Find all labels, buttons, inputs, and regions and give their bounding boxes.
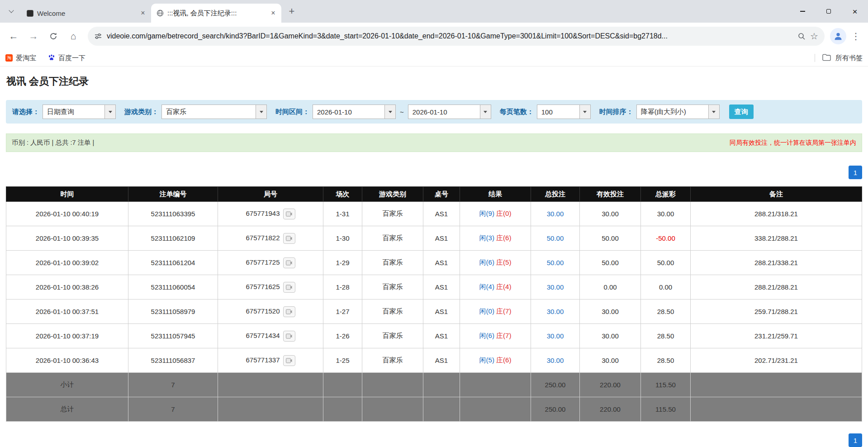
cell-total-bet[interactable]: 30.00	[531, 348, 580, 373]
reload-button[interactable]	[44, 27, 62, 45]
subtotal-total-bet: 250.00	[531, 373, 580, 397]
select-type-dropdown[interactable]: 日期查询	[43, 105, 116, 119]
caret-down-icon	[109, 111, 112, 113]
profile-avatar[interactable]	[830, 28, 846, 44]
cell-total-bet[interactable]: 50.00	[531, 226, 580, 251]
col-header-game: 游戏类别	[362, 187, 423, 202]
search-button[interactable]: 查询	[729, 105, 754, 119]
cell-note: 338.21/288.21	[691, 226, 862, 251]
dropdown-caret-button[interactable]	[480, 105, 491, 119]
close-icon[interactable]: ×	[269, 9, 278, 18]
summary-text: 币别 : 人民币 | 总共 :7 注单 |	[12, 138, 94, 147]
subtotal-label: 小计	[6, 373, 128, 397]
col-header-payout: 总派彩	[641, 187, 691, 202]
cell-time: 2026-01-10 00:38:26	[6, 275, 128, 300]
bookmark-baidu[interactable]: 百度一下	[48, 54, 85, 62]
cell-result: 闲(9) 庄(0)	[460, 202, 531, 226]
address-bar[interactable]: videoie.com/game/betrecord_search/kind3?…	[88, 27, 825, 46]
pagination-bottom: 1	[6, 433, 862, 447]
col-header-session: 场次	[323, 187, 362, 202]
page-1-button[interactable]: 1	[849, 433, 862, 447]
cell-total-bet[interactable]: 30.00	[531, 275, 580, 300]
game-kind-label: 游戏类别：	[124, 108, 158, 116]
cell-round: 675771625	[218, 275, 323, 300]
film-icon	[286, 285, 292, 290]
date-start-input[interactable]: 2026-01-10	[313, 105, 396, 119]
table-row: 2026-01-10 00:36:43523111056837675771337…	[6, 348, 862, 373]
date-range-separator: ~	[400, 108, 404, 116]
tab-search-button[interactable]	[4, 4, 19, 19]
window-controls: ×	[789, 0, 868, 23]
per-page-dropdown[interactable]: 100	[537, 105, 591, 119]
dropdown-caret-button[interactable]	[256, 105, 266, 119]
cell-bet-id: 523111058979	[128, 300, 218, 324]
cell-round: 675771822	[218, 226, 323, 251]
browser-menu-button[interactable]: ⋮	[848, 29, 863, 44]
forward-button[interactable]: →	[24, 27, 43, 45]
bookmark-aitaobao[interactable]: 淘 爱淘宝	[5, 54, 36, 62]
cell-table: AS1	[423, 251, 460, 275]
tab-favicon	[26, 10, 33, 17]
tab-strip: Welcome × :::视讯, 会员下注纪录::: × + ×	[0, 0, 868, 23]
cell-note: 288.21/288.21	[691, 275, 862, 300]
maximize-button[interactable]	[816, 0, 842, 23]
game-kind-dropdown[interactable]: 百家乐	[161, 105, 267, 119]
url-text[interactable]: videoie.com/game/betrecord_search/kind3?…	[107, 32, 793, 40]
replay-button[interactable]	[283, 209, 295, 219]
cell-total-bet[interactable]: 30.00	[531, 324, 580, 348]
cell-result: 闲(4) 庄(4)	[460, 275, 531, 300]
cell-total-bet[interactable]: 30.00	[531, 202, 580, 226]
dropdown-caret-button[interactable]	[104, 105, 115, 119]
cell-round: 675771337	[218, 348, 323, 373]
tab-label: Welcome	[37, 10, 135, 17]
cell-valid-bet: 30.00	[580, 324, 641, 348]
replay-button[interactable]	[283, 257, 295, 268]
page-1-button[interactable]: 1	[849, 166, 862, 179]
cell-valid-bet: 50.00	[580, 226, 641, 251]
replay-button[interactable]	[283, 355, 295, 366]
replay-button[interactable]	[283, 282, 295, 293]
pagination-top: 1	[6, 166, 862, 179]
caret-down-icon	[484, 111, 487, 113]
cell-time: 2026-01-10 00:39:35	[6, 226, 128, 251]
cell-game: 百家乐	[362, 226, 423, 251]
cell-total-bet[interactable]: 30.00	[531, 300, 580, 324]
empty-cell	[362, 373, 423, 397]
cell-result: 闲(6) 庄(5)	[460, 251, 531, 275]
cell-session: 1-29	[323, 251, 362, 275]
cell-total-bet[interactable]: 50.00	[531, 251, 580, 275]
replay-button[interactable]	[283, 306, 295, 317]
tab-betrecord[interactable]: :::视讯, 会员下注纪录::: ×	[151, 4, 281, 23]
close-window-button[interactable]: ×	[842, 0, 868, 23]
back-button[interactable]: ←	[5, 27, 23, 45]
sort-dropdown[interactable]: 降幂(由大到小)	[636, 105, 720, 119]
date-end-input[interactable]: 2026-01-10	[408, 105, 491, 119]
empty-cell	[691, 397, 862, 422]
dropdown-caret-button[interactable]	[708, 105, 719, 119]
cell-result: 闲(6) 庄(7)	[460, 324, 531, 348]
cell-game: 百家乐	[362, 324, 423, 348]
total-valid-bet: 220.00	[580, 397, 641, 422]
empty-cell	[460, 373, 531, 397]
replay-button[interactable]	[283, 233, 295, 244]
home-button[interactable]: ⌂	[64, 27, 82, 45]
page-title: 视讯 会员下注纪录	[6, 75, 868, 88]
table-row: 2026-01-10 00:37:51523111058979675771520…	[6, 300, 862, 324]
total-payout: 115.50	[641, 397, 691, 422]
replay-button[interactable]	[283, 331, 295, 342]
site-settings-icon[interactable]	[94, 32, 102, 40]
cell-session: 1-26	[323, 324, 362, 348]
minimize-button[interactable]	[789, 0, 816, 23]
zoom-icon[interactable]	[797, 32, 806, 40]
close-icon[interactable]: ×	[138, 9, 147, 18]
bookmark-star-icon[interactable]: ☆	[810, 31, 818, 42]
new-tab-button[interactable]: +	[284, 4, 299, 19]
bet-records-table: 时间 注单编号 局号 场次 游戏类别 桌号 结果 总投注 有效投注 总派彩 备注…	[6, 186, 862, 422]
cell-round: 675771943	[218, 202, 323, 226]
all-bookmarks-button[interactable]: 所有书签	[835, 54, 863, 62]
tab-welcome[interactable]: Welcome ×	[21, 4, 151, 23]
chevron-down-icon	[9, 8, 14, 13]
dropdown-caret-button[interactable]	[579, 105, 590, 119]
empty-cell	[218, 397, 323, 422]
dropdown-caret-button[interactable]	[384, 105, 395, 119]
